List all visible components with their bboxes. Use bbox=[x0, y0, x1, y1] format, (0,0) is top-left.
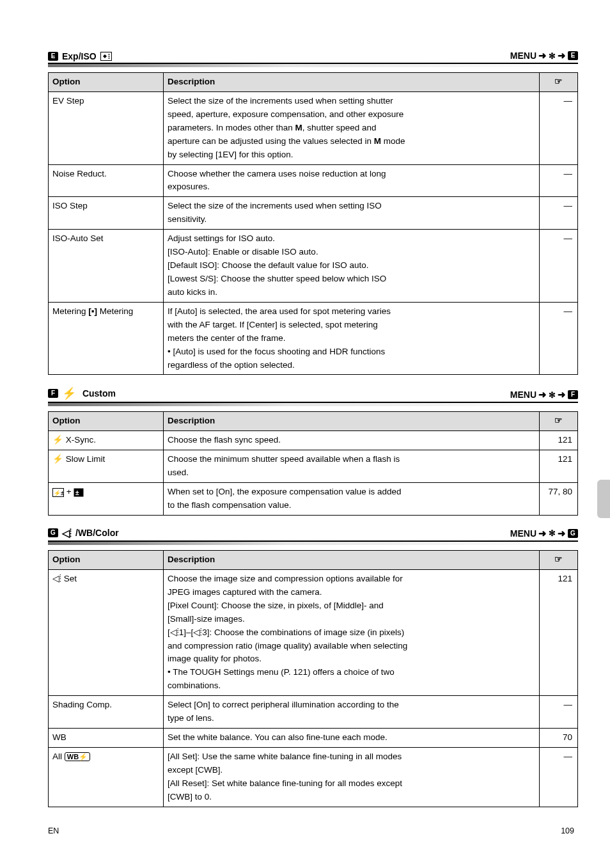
option-cell: ⚡± + ± bbox=[49, 483, 164, 516]
arrow-icon: ➜ bbox=[538, 389, 547, 400]
text: Choose whether the camera uses noise red… bbox=[168, 169, 386, 178]
page-cell: — bbox=[540, 164, 578, 197]
option-cell: ⚡ Slow Limit bbox=[49, 450, 164, 483]
option-cell: ⚡ X-Sync. bbox=[49, 431, 164, 450]
svg-marker-1 bbox=[103, 54, 107, 58]
desc-cell: Set the white balance. You can also fine… bbox=[164, 729, 540, 748]
desc-cell: If [Auto] is selected, the area used for… bbox=[164, 302, 540, 375]
section-e-title: Exp/ISO bbox=[62, 51, 97, 61]
page-cell: 121 bbox=[540, 431, 578, 450]
gear-icon: ✻ bbox=[549, 390, 556, 400]
tab-e-icon: E bbox=[48, 52, 58, 61]
tab-e-icon: E bbox=[568, 51, 578, 60]
text: parameters. In modes other than bbox=[168, 123, 295, 132]
option-cell: Metering [▪] Metering bbox=[49, 302, 164, 375]
wb-adjust-icon: WB⚡ bbox=[65, 752, 90, 761]
text: mode bbox=[381, 136, 405, 146]
text: auto kicks in. bbox=[168, 287, 217, 297]
text: Choose the image size and compression op… bbox=[168, 574, 403, 583]
text: [ISO-Auto]: Enable or disable ISO auto. bbox=[168, 247, 318, 256]
table-row: WB Set the white balance. You can also f… bbox=[49, 729, 578, 748]
page-cell: — bbox=[540, 197, 578, 230]
text: [All Set]: Use the same white balance fi… bbox=[168, 752, 402, 761]
desc-cell: Choose the minimum shutter speed availab… bbox=[164, 450, 540, 483]
page-cell: — bbox=[540, 747, 578, 807]
arrow-icon: ➜ bbox=[558, 389, 566, 400]
text: Slow Limit bbox=[66, 454, 106, 464]
page-cell: 121 bbox=[540, 450, 578, 483]
section-f-breadcrumb: MENU ➜ ✻ ➜ F bbox=[510, 389, 578, 402]
section-g-title-group: G ◁⦙ /WB/Color bbox=[48, 527, 119, 541]
desc-cell: Select [On] to correct peripheral illumi… bbox=[164, 696, 540, 729]
desc-cell: Select the size of the increments used w… bbox=[164, 91, 540, 164]
th-option: Option bbox=[49, 73, 164, 92]
option-cell: Noise Reduct. bbox=[49, 164, 164, 197]
menu-label: MENU bbox=[510, 528, 536, 539]
section-e-breadcrumb: MENU ➜ ✻ ➜ E bbox=[510, 50, 578, 63]
text: When set to [On], the exposure compensat… bbox=[168, 487, 401, 496]
text: Metering bbox=[52, 306, 88, 316]
table-row: ISO Step Select the size of the incremen… bbox=[49, 197, 578, 230]
th-description: Description bbox=[164, 73, 540, 92]
arrow-icon: ➜ bbox=[558, 528, 566, 539]
text: regardless of the option selected. bbox=[168, 360, 295, 370]
arrow-icon: ➜ bbox=[558, 50, 566, 61]
table-wb-color: Option Description ☞ ◁⦙ Set Choose the i… bbox=[48, 550, 578, 807]
side-tab bbox=[597, 480, 610, 518]
th-description: Description bbox=[164, 550, 540, 569]
section-underline bbox=[48, 403, 578, 406]
th-option: Option bbox=[49, 550, 164, 569]
mode-m: M bbox=[295, 123, 302, 132]
desc-cell: Adjust settings for ISO auto. [ISO-Auto]… bbox=[164, 230, 540, 303]
text: [All Reset]: Set white balance fine-tuni… bbox=[168, 778, 402, 788]
section-header-flash: F ⚡ Custom MENU ➜ ✻ ➜ F bbox=[48, 386, 578, 403]
page-cell: 121 bbox=[540, 569, 578, 695]
gear-icon: ✻ bbox=[549, 51, 556, 61]
text: with the AF target. If [Center] is selec… bbox=[168, 320, 378, 329]
text: + bbox=[66, 487, 72, 496]
section-underline bbox=[48, 64, 578, 67]
page-ref-icon: ☞ bbox=[554, 416, 563, 425]
table-row: ⚡ Slow Limit Choose the minimum shutter … bbox=[49, 450, 578, 483]
quality-icon: ◁⦙ bbox=[62, 527, 72, 539]
option-cell: Shading Comp. bbox=[49, 696, 164, 729]
flash-icon: ⚡ bbox=[52, 435, 63, 445]
desc-cell: Choose the image size and compression op… bbox=[164, 569, 540, 695]
th-description: Description bbox=[164, 412, 540, 431]
desc-cell: When set to [On], the exposure compensat… bbox=[164, 483, 540, 516]
section-f-title: Custom bbox=[80, 388, 116, 398]
desc-cell: [All Set]: Use the same white balance fi… bbox=[164, 747, 540, 807]
flash-comp-icon: ⚡± bbox=[52, 488, 64, 497]
th-option: Option bbox=[49, 412, 164, 431]
table-row: Noise Reduct. Choose whether the camera … bbox=[49, 164, 578, 197]
text: [Small]-size images. bbox=[168, 614, 245, 624]
section-e-title-group: E Exp/ISO bbox=[48, 51, 112, 63]
text: except [CWB]. bbox=[168, 765, 223, 775]
text: exposures. bbox=[168, 182, 210, 191]
text: [◁⦙1]–[◁⦙3]: Choose the combinations of … bbox=[168, 627, 404, 637]
page-cell: — bbox=[540, 91, 578, 164]
text: All bbox=[52, 752, 65, 761]
text: to the flash compensation value. bbox=[168, 500, 292, 510]
arrow-icon: ➜ bbox=[538, 50, 547, 61]
text: sensitivity. bbox=[168, 214, 207, 224]
table-row: EV Step Select the size of the increment… bbox=[49, 91, 578, 164]
option-cell: ◁⦙ Set bbox=[49, 569, 164, 695]
section-g-breadcrumb: MENU ➜ ✻ ➜ G bbox=[510, 528, 578, 541]
table-flash: Option Description ☞ ⚡ X-Sync. Choose th… bbox=[48, 411, 578, 516]
text: [CWB] to 0. bbox=[168, 792, 212, 801]
text: Choose the minimum shutter speed availab… bbox=[168, 454, 400, 464]
footer-page-number: 109 bbox=[561, 826, 574, 835]
text: Select the size of the increments used w… bbox=[168, 96, 393, 106]
table-exp-iso: Option Description ☞ EV Step Select the … bbox=[48, 72, 578, 375]
th-page: ☞ bbox=[540, 73, 578, 92]
section-header-wb-color: G ◁⦙ /WB/Color MENU ➜ ✻ ➜ G bbox=[48, 527, 578, 542]
flash-icon: ⚡ bbox=[62, 386, 76, 400]
text: by selecting [1EV] for this option. bbox=[168, 150, 293, 159]
arrow-icon: ➜ bbox=[538, 528, 547, 539]
menu-label: MENU bbox=[510, 390, 536, 400]
page-cell: — bbox=[540, 696, 578, 729]
page-ref-icon: ☞ bbox=[554, 77, 563, 86]
quality-icon: ◁⦙ bbox=[52, 574, 61, 583]
text: Adjust settings for ISO auto. bbox=[168, 233, 275, 243]
